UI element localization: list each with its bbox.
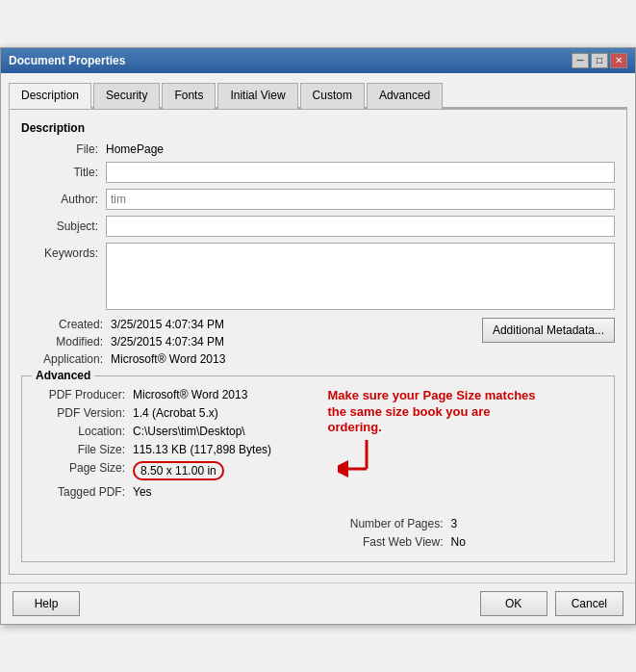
page-size-row: Page Size: 8.50 x 11.00 in (34, 461, 309, 480)
file-size-row: File Size: 115.13 KB (117,898 Bytes) (34, 443, 309, 456)
author-label: Author: (21, 193, 98, 206)
application-value: Microsoft® Word 2013 (111, 352, 225, 366)
tagged-pdf-label: Tagged PDF: (34, 485, 125, 499)
num-pages-label: Number of Pages: (328, 517, 444, 530)
close-button[interactable]: ✕ (610, 53, 627, 68)
tab-initial-view[interactable]: Initial View (217, 83, 297, 109)
created-value: 3/25/2015 4:07:34 PM (111, 318, 224, 331)
dialog-body: Description Security Fonts Initial View … (1, 73, 635, 583)
document-properties-window: Document Properties ─ □ ✕ Description Se… (0, 47, 636, 626)
pdf-producer-row: PDF Producer: Microsoft® Word 2013 (34, 388, 309, 401)
author-input[interactable] (106, 189, 615, 210)
fast-web-value: No (451, 535, 466, 549)
num-pages-value: 3 (451, 517, 458, 530)
annotation-arrow (338, 440, 415, 488)
created-row: Created: 3/25/2015 4:07:34 PM (21, 318, 225, 331)
pdf-version-row: PDF Version: 1.4 (Acrobat 5.x) (34, 406, 309, 420)
keywords-row: Keywords: (21, 243, 615, 310)
application-label: Application: (21, 352, 103, 366)
title-label: Title: (21, 166, 98, 179)
pdf-producer-value: Microsoft® Word 2013 (133, 388, 247, 401)
page-size-label: Page Size: (34, 461, 125, 475)
location-value: C:\Users\tim\Desktop\ (133, 425, 245, 438)
application-row: Application: Microsoft® Word 2013 (21, 352, 225, 366)
keywords-label: Keywords: (21, 246, 98, 260)
keywords-textarea[interactable] (106, 243, 615, 310)
right-info: Number of Pages: 3 Fast Web View: No (328, 517, 603, 554)
tagged-pdf-value: Yes (133, 485, 152, 499)
tagged-pdf-row: Tagged PDF: Yes (34, 485, 309, 499)
description-section-title: Description (21, 121, 615, 135)
page-size-value: 8.50 x 11.00 in (133, 461, 224, 480)
modified-value: 3/25/2015 4:07:34 PM (111, 335, 224, 349)
advanced-section-title: Advanced (32, 369, 94, 382)
location-row: Location: C:\Users\tim\Desktop\ (34, 425, 309, 438)
cancel-button[interactable]: Cancel (555, 591, 623, 616)
window-controls: ─ □ ✕ (572, 53, 627, 68)
additional-metadata-container: Additional Metadata... (482, 318, 615, 343)
tab-bar: Description Security Fonts Initial View … (9, 81, 627, 109)
ok-button[interactable]: OK (480, 591, 547, 616)
subject-input[interactable] (106, 216, 615, 237)
file-value: HomePage (106, 142, 164, 156)
file-row: File: HomePage (21, 142, 615, 156)
fast-web-label: Fast Web View: (328, 535, 444, 549)
bottom-right: OK Cancel (480, 591, 623, 616)
minimize-button[interactable]: ─ (572, 53, 589, 68)
dates-section: Created: 3/25/2015 4:07:34 PM Modified: … (21, 318, 225, 366)
bottom-bar: Help OK Cancel (1, 582, 635, 624)
created-label: Created: (21, 318, 103, 331)
author-row: Author: (21, 189, 615, 210)
annotation-area: Make sure your Page Size matchesthe same… (328, 388, 603, 489)
subject-row: Subject: (21, 216, 615, 237)
bottom-left: Help (13, 591, 80, 616)
pdf-version-label: PDF Version: (34, 406, 125, 420)
window-title: Document Properties (9, 54, 125, 67)
file-label: File: (21, 142, 98, 156)
title-input[interactable] (106, 162, 615, 183)
location-label: Location: (34, 425, 125, 438)
fast-web-row: Fast Web View: No (328, 535, 603, 549)
additional-metadata-button[interactable]: Additional Metadata... (482, 318, 615, 343)
subject-label: Subject: (21, 220, 98, 233)
advanced-right: Make sure your Page Size matchesthe same… (309, 388, 603, 555)
tab-fonts[interactable]: Fonts (162, 83, 216, 109)
tab-advanced[interactable]: Advanced (367, 83, 443, 109)
advanced-left: PDF Producer: Microsoft® Word 2013 PDF V… (34, 388, 309, 555)
file-size-value: 115.13 KB (117,898 Bytes) (133, 443, 271, 456)
modified-row: Modified: 3/25/2015 4:07:34 PM (21, 335, 225, 349)
title-row: Title: (21, 162, 615, 183)
tab-security[interactable]: Security (93, 83, 160, 109)
advanced-section: Advanced PDF Producer: Microsoft® Word 2… (21, 375, 615, 563)
dates-additional-section: Created: 3/25/2015 4:07:34 PM Modified: … (21, 318, 615, 366)
tab-description[interactable]: Description (9, 83, 91, 109)
num-pages-row: Number of Pages: 3 (328, 517, 603, 530)
advanced-content: PDF Producer: Microsoft® Word 2013 PDF V… (34, 388, 602, 555)
modified-label: Modified: (21, 335, 103, 349)
tab-custom[interactable]: Custom (300, 83, 365, 109)
main-panel: Description File: HomePage Title: Author… (9, 109, 627, 576)
file-size-label: File Size: (34, 443, 125, 456)
title-bar: Document Properties ─ □ ✕ (1, 48, 635, 73)
pdf-producer-label: PDF Producer: (34, 388, 125, 401)
pdf-version-value: 1.4 (Acrobat 5.x) (133, 406, 218, 420)
annotation-text: Make sure your Page Size matchesthe same… (328, 388, 603, 437)
maximize-button[interactable]: □ (591, 53, 608, 68)
help-button[interactable]: Help (13, 591, 80, 616)
